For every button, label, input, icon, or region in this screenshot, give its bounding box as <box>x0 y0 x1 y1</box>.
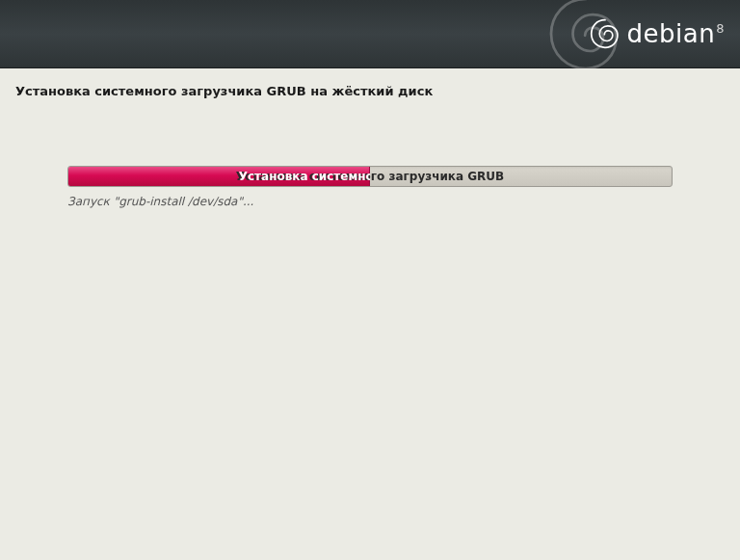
brand-version: 8 <box>716 21 725 36</box>
installer-header: debian8 <box>0 0 740 68</box>
brand-name: debian8 <box>627 19 725 48</box>
progress-bar: Установка системного загрузчика GRUB Уст… <box>67 166 673 187</box>
status-text: Запуск "grub-install /dev/sda"... <box>67 195 673 208</box>
debian-logo-icon <box>589 17 621 50</box>
progress-label-overlay: Установка системного загрузчика GRUB <box>68 167 370 186</box>
brand: debian8 <box>589 17 725 50</box>
content-area: Установка системного загрузчика GRUB на … <box>0 68 740 224</box>
page-title: Установка системного загрузчика GRUB на … <box>15 84 725 98</box>
progress-section: Установка системного загрузчика GRUB Уст… <box>67 166 673 208</box>
